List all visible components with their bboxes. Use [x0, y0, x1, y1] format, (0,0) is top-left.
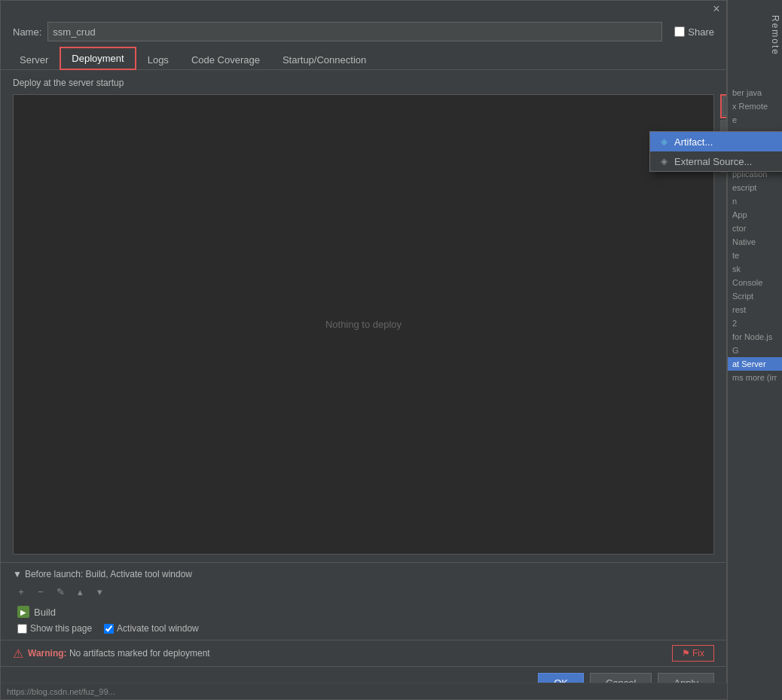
warning-icon: ⚠	[13, 647, 23, 661]
tab-server[interactable]: Server	[8, 49, 60, 70]
before-launch-label: Before launch: Build, Activate tool wind…	[25, 569, 192, 579]
name-label: Name:	[13, 26, 41, 38]
close-button[interactable]: ×	[711, 4, 722, 14]
sidebar-item[interactable]: rest	[728, 303, 782, 316]
sidebar-item[interactable]: sk	[728, 262, 782, 276]
sidebar-item[interactable]: App	[728, 208, 782, 222]
before-launch-chevron: ▼	[13, 569, 22, 579]
share-checkbox[interactable]	[674, 26, 685, 37]
dropdown-popup: ◆ Artifact... ◈ External Source...	[649, 131, 782, 172]
dropdown-external-source[interactable]: ◈ External Source...	[650, 151, 782, 171]
options-row: Show this page Activate tool window	[13, 620, 714, 637]
sidebar-item[interactable]: e	[728, 113, 782, 127]
sidebar-item[interactable]: G	[728, 344, 782, 357]
show-page-checkbox[interactable]	[17, 624, 27, 634]
warning-label: Warning:	[28, 648, 67, 659]
deploy-area: Nothing to deploy	[13, 94, 714, 555]
sidebar-item[interactable]: Script	[728, 289, 782, 303]
sidebar-item[interactable]: 2	[728, 316, 782, 330]
before-launch-header[interactable]: ▼ Before launch: Build, Activate tool wi…	[13, 569, 714, 579]
fix-button[interactable]: ⚑ Fix	[672, 645, 714, 662]
sidebar-item[interactable]: x Remote	[728, 99, 782, 113]
before-launch-section: ▼ Before launch: Build, Activate tool wi…	[1, 562, 726, 640]
artifact-icon: ◆	[658, 136, 670, 148]
activate-window-checkbox[interactable]	[104, 624, 114, 634]
sidebar-item[interactable]: escript	[728, 181, 782, 194]
name-row: Name: Share	[1, 17, 726, 46]
add-deploy-button[interactable]: +	[722, 96, 726, 116]
sidebar-item[interactable]: ctor	[728, 222, 782, 235]
sidebar-item[interactable]: for Node.js	[728, 330, 782, 344]
bl-down-button[interactable]: ▾	[91, 584, 108, 599]
build-icon: ▶	[17, 606, 29, 618]
build-row: ▶ Build	[13, 604, 714, 620]
run-debug-dialog: × Name: Share Server Deployment Logs Cod…	[0, 0, 727, 700]
deployment-section: Deploy at the server startup Nothing to …	[1, 70, 726, 562]
bl-edit-button[interactable]: ✎	[52, 584, 69, 599]
tab-code-coverage[interactable]: Code Coverage	[180, 49, 271, 70]
deploy-header: Deploy at the server startup	[13, 78, 714, 88]
status-url: https://blog.csdn.net/fuz_99...	[7, 687, 115, 696]
bl-up-button[interactable]: ▴	[72, 584, 88, 599]
show-page-option: Show this page	[17, 623, 92, 634]
dropdown-artifact[interactable]: ◆ Artifact...	[650, 132, 782, 151]
sidebar-items: ber java x Remote e n .js s pplication e…	[728, 83, 782, 387]
sidebar-item-native[interactable]: Native	[728, 235, 782, 249]
tab-deployment[interactable]: Deployment	[60, 47, 136, 70]
bl-add-button[interactable]: +	[13, 584, 29, 599]
before-launch-tools: + − ✎ ▴ ▾	[13, 584, 714, 599]
tabs-bar: Server Deployment Logs Code Coverage Sta…	[1, 46, 726, 70]
bl-remove-button[interactable]: −	[32, 584, 49, 599]
sidebar-item[interactable]: n	[728, 194, 782, 208]
name-input[interactable]	[47, 22, 662, 41]
external-source-label: External Source...	[674, 156, 752, 167]
share-label: Share	[688, 26, 714, 38]
empty-deploy-text: Nothing to deploy	[325, 319, 402, 330]
show-page-label: Show this page	[30, 623, 92, 634]
status-bar: https://blog.csdn.net/fuz_99...	[1, 683, 728, 699]
tab-logs[interactable]: Logs	[136, 49, 180, 70]
sidebar-item[interactable]: te	[728, 249, 782, 262]
sidebar-item[interactable]: ms more (irr	[728, 371, 782, 384]
plus-btn-container: +	[720, 94, 726, 118]
dialog-titlebar: ×	[1, 1, 726, 17]
share-row: Share	[674, 26, 714, 38]
sidebar-panel: Remote ber java x Remote e n .js s pplic…	[727, 0, 782, 700]
sidebar-item-at-server[interactable]: at Server	[728, 357, 782, 371]
tab-startup-connection[interactable]: Startup/Connection	[271, 49, 377, 70]
warning-bar: ⚠ Warning: No artifacts marked for deplo…	[1, 640, 726, 666]
build-label: Build	[34, 607, 56, 618]
artifact-label: Artifact...	[674, 136, 713, 148]
activate-window-label: Activate tool window	[117, 623, 199, 634]
external-source-icon: ◈	[658, 155, 670, 167]
sidebar-item[interactable]: Console	[728, 276, 782, 289]
sidebar-item[interactable]: ber java	[728, 86, 782, 99]
remote-label: Remote	[770, 15, 780, 56]
activate-window-option: Activate tool window	[104, 623, 199, 634]
warning-text: Warning: No artifacts marked for deploym…	[28, 648, 667, 659]
